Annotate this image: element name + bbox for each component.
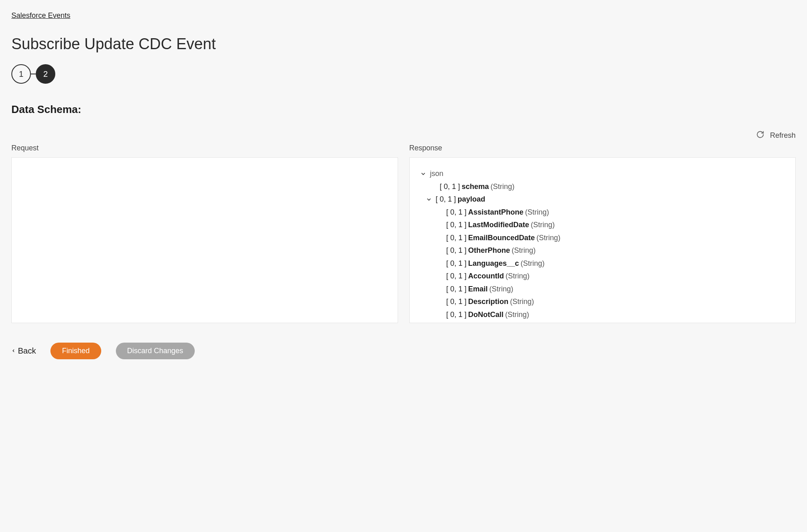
cardinality: [ 0, 1 ] [436, 193, 456, 206]
chevron-left-icon [11, 346, 15, 356]
request-panel [11, 157, 398, 323]
tree-item[interactable]: [ 0, 1 ]AssistantPhone(String) [420, 206, 786, 219]
request-label: Request [11, 144, 398, 152]
refresh-button[interactable]: Refresh [756, 130, 796, 141]
field-name: EmailBouncedDate [468, 232, 535, 245]
field-type: (String) [491, 180, 515, 193]
tree-item-schema[interactable]: [ 0, 1 ] schema (String) [420, 180, 786, 193]
tree-root-label: json [430, 167, 444, 180]
chevron-down-icon [420, 171, 427, 177]
cardinality: [ 0, 1 ] [446, 257, 467, 270]
cardinality: [ 0, 1 ] [446, 244, 467, 257]
field-name: Description [468, 295, 509, 308]
field-type: (String) [537, 232, 561, 245]
back-button[interactable]: Back [11, 346, 36, 356]
cardinality: [ 0, 1 ] [440, 180, 460, 193]
field-type: (String) [512, 244, 536, 257]
tree-item[interactable]: [ 0, 1 ]LastModifiedDate(String) [420, 219, 786, 232]
step-2[interactable]: 2 [36, 64, 55, 84]
field-type: (String) [531, 219, 555, 232]
field-name: AssistantPhone [468, 206, 524, 219]
field-name: LastModifiedDate [468, 219, 529, 232]
tree-item[interactable]: [ 0, 1 ]EmailBouncedDate(String) [420, 232, 786, 245]
field-name: DoNotCall [468, 308, 504, 321]
step-1[interactable]: 1 [11, 64, 31, 84]
response-label: Response [409, 144, 796, 152]
schema-tree: json [ 0, 1 ] schema (String) [ 0, 1 ] p… [420, 167, 786, 321]
wizard-stepper: 1 2 [11, 64, 796, 84]
tree-item[interactable]: [ 0, 1 ]Email(String) [420, 283, 786, 296]
cardinality: [ 0, 1 ] [446, 270, 467, 283]
field-type: (String) [505, 308, 529, 321]
cardinality: [ 0, 1 ] [446, 219, 467, 232]
tree-item[interactable]: [ 0, 1 ]DoNotCall(String) [420, 308, 786, 321]
tree-item-payload[interactable]: [ 0, 1 ] payload [420, 193, 786, 206]
tree-item[interactable]: [ 0, 1 ]Languages__c(String) [420, 257, 786, 270]
step-connector [31, 74, 36, 74]
tree-item[interactable]: [ 0, 1 ]Description(String) [420, 295, 786, 308]
finished-button[interactable]: Finished [50, 343, 101, 359]
field-type: (String) [506, 270, 530, 283]
field-name: payload [458, 193, 485, 206]
section-heading: Data Schema: [11, 103, 796, 116]
response-panel: json [ 0, 1 ] schema (String) [ 0, 1 ] p… [409, 157, 796, 323]
cardinality: [ 0, 1 ] [446, 308, 467, 321]
back-label: Back [18, 346, 36, 356]
field-type: (String) [525, 206, 549, 219]
field-name: AccountId [468, 270, 504, 283]
tree-item[interactable]: [ 0, 1 ]AccountId(String) [420, 270, 786, 283]
cardinality: [ 0, 1 ] [446, 206, 467, 219]
page-title: Subscribe Update CDC Event [11, 35, 796, 53]
field-type: (String) [510, 295, 534, 308]
cardinality: [ 0, 1 ] [446, 295, 467, 308]
field-name: Languages__c [468, 257, 519, 270]
tree-item[interactable]: [ 0, 1 ]OtherPhone(String) [420, 244, 786, 257]
field-type: (String) [489, 283, 513, 296]
cardinality: [ 0, 1 ] [446, 283, 467, 296]
cardinality: [ 0, 1 ] [446, 232, 467, 245]
refresh-label: Refresh [770, 131, 796, 140]
field-type: (String) [521, 257, 545, 270]
chevron-down-icon [425, 197, 433, 202]
refresh-icon [756, 130, 764, 141]
field-name: Email [468, 283, 488, 296]
discard-button[interactable]: Discard Changes [116, 343, 195, 359]
tree-root[interactable]: json [420, 167, 786, 180]
field-name: schema [462, 180, 489, 193]
breadcrumb-link[interactable]: Salesforce Events [11, 11, 70, 20]
field-name: OtherPhone [468, 244, 510, 257]
